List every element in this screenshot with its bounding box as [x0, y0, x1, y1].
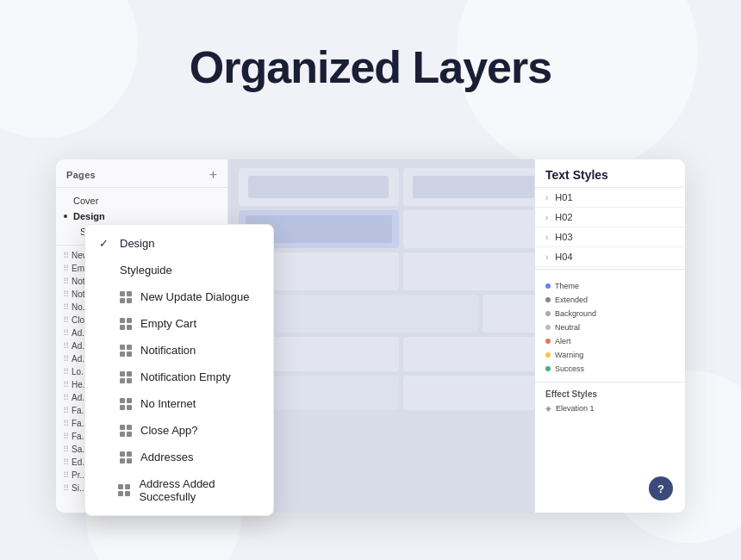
warning-label: Warning	[573, 351, 583, 359]
dropdown-address-added-label: Address Added Succesfully	[139, 477, 259, 503]
effect-styles-title: Effect Styles	[573, 389, 675, 399]
dropdown-notification-label: Notification	[140, 344, 196, 357]
status-theme: Theme	[573, 280, 675, 292]
help-button[interactable]: ?	[649, 476, 673, 501]
dropdown-item-design[interactable]: ✓ Design	[85, 230, 273, 257]
effect-elevation: ◈ Elevation 1	[573, 402, 675, 414]
effect-styles-section: Effect Styles ◈ Elevation 1	[573, 382, 685, 421]
grid-icon	[120, 318, 132, 330]
dropdown-item-new-update[interactable]: New Update Dialogue	[85, 283, 273, 310]
grid-icon	[120, 425, 132, 437]
grid-icon	[118, 484, 130, 496]
drag-handle: ⠿	[63, 393, 68, 402]
dropdown-item-address-added[interactable]: Address Added Succesfully	[85, 470, 273, 510]
drag-handle: ⠿	[63, 328, 68, 338]
h-item-h01[interactable]: › H01	[573, 188, 685, 208]
drag-handle: ⠿	[63, 289, 68, 299]
drag-handle: ⠿	[63, 445, 68, 454]
status-warning: Warning	[573, 349, 675, 361]
text-styles-title: Text Styles	[573, 168, 608, 182]
page-design-label: Design	[73, 211, 105, 221]
sidebar-header: Pages +	[56, 159, 227, 188]
expanded-right-panel: Text Styles › H01 › H02 › H03 › H04	[573, 159, 685, 513]
dropdown-notification-empty-label: Notification Empty	[140, 370, 231, 383]
status-success: Success	[573, 363, 675, 375]
page-cover-label: Cover	[73, 196, 98, 206]
dropdown-empty-cart-label: Empty Cart	[140, 317, 196, 330]
dropdown-styleguide-label: Styleguide	[120, 264, 172, 277]
dropdown-item-notification-empty[interactable]: Notification Empty	[85, 364, 273, 390]
dropdown-item-addresses[interactable]: Addresses	[85, 444, 273, 470]
grid-icon	[120, 451, 132, 464]
grid-icon	[120, 398, 132, 410]
drag-handle: ⠿	[63, 354, 68, 364]
grid-icon	[120, 371, 132, 383]
h-item-h03[interactable]: › H03	[573, 227, 685, 247]
grid-icon	[120, 345, 132, 357]
page-item-design[interactable]: Design	[56, 208, 227, 224]
dropdown-new-update-label: New Update Dialogue	[140, 290, 249, 303]
dropdown-item-empty-cart[interactable]: Empty Cart	[85, 310, 273, 337]
page-item-cover[interactable]: Cover	[56, 193, 227, 208]
status-extended: Extended	[573, 294, 675, 306]
page-title: Organized Layers	[0, 41, 741, 93]
drag-handle: ⠿	[63, 251, 68, 260]
background-label: Background	[573, 309, 596, 318]
dropdown-addresses-label: Addresses	[140, 451, 193, 464]
dropdown-item-no-internet[interactable]: No Internet	[85, 390, 273, 417]
drag-handle: ⠿	[63, 367, 68, 376]
grid-icon	[120, 291, 132, 303]
add-page-button[interactable]: +	[209, 168, 217, 182]
check-icon: ✓	[99, 237, 111, 250]
neutral-label: Neutral	[573, 323, 580, 332]
h-item-h04[interactable]: › H04	[573, 247, 685, 267]
extended-label: Extended	[573, 296, 588, 304]
dropdown-design-label: Design	[120, 237, 154, 250]
right-panel: Text Styles › H01 Text Styles › H01 › H0…	[573, 159, 685, 513]
success-label: Success	[573, 364, 584, 373]
status-neutral: Neutral	[573, 321, 675, 333]
h-item-h02[interactable]: › H02	[573, 208, 685, 227]
drag-handle: ⠿	[63, 341, 68, 351]
drag-handle: ⠿	[63, 470, 68, 480]
drag-handle: ⠿	[63, 457, 68, 467]
dropdown-item-close-app[interactable]: Close App?	[85, 417, 273, 444]
dropdown-item-notification[interactable]: Notification	[85, 337, 273, 364]
dropdown-item-styleguide[interactable]: Styleguide	[85, 257, 273, 283]
drag-handle: ⠿	[63, 277, 68, 286]
drag-handle: ⠿	[63, 406, 68, 415]
canvas-area	[228, 159, 573, 513]
drag-handle: ⠿	[63, 380, 68, 389]
dropdown-no-internet-label: No Internet	[140, 397, 196, 410]
sidebar-header-label: Pages	[66, 170, 96, 180]
drag-handle: ⠿	[63, 419, 68, 428]
status-background: Background	[573, 308, 675, 320]
drag-handle: ⠿	[63, 483, 68, 493]
text-styles-header: Text Styles	[573, 159, 685, 188]
status-alert: Alert	[573, 335, 675, 347]
elevation-label: Elevation 1	[573, 404, 595, 413]
theme-items: Theme Extended Background Neutral Alert	[573, 273, 685, 382]
drag-handle: ⠿	[63, 315, 68, 325]
dropdown-menu: ✓ Design Styleguide New Update Dialogue …	[84, 224, 274, 516]
drag-handle: ⠿	[63, 432, 68, 441]
drag-handle: ⠿	[63, 302, 68, 312]
theme-label: Theme	[573, 282, 579, 290]
dropdown-close-app-label: Close App?	[140, 424, 198, 437]
drag-handle: ⠿	[63, 264, 68, 273]
